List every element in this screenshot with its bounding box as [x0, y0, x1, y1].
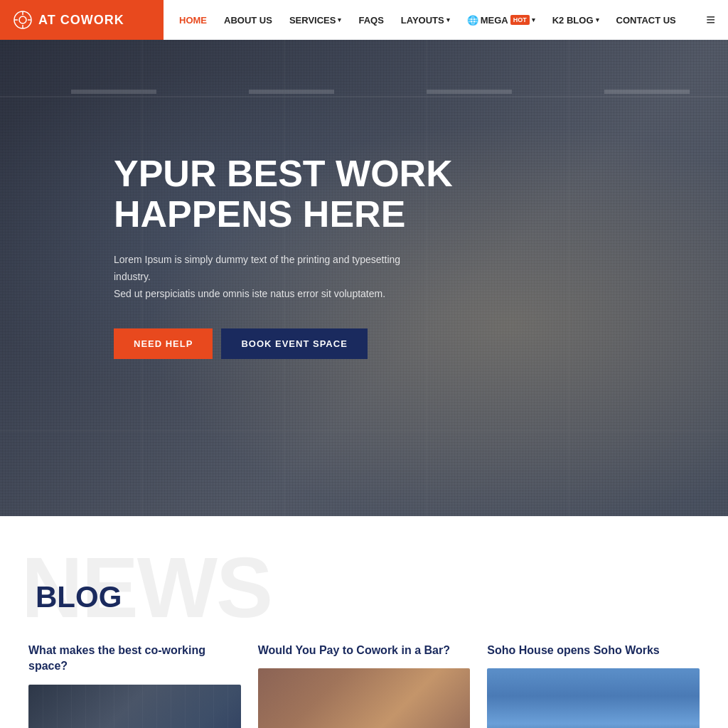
- header: AT COWORK HOME ABOUT US SERVICES▾ FAQS L…: [0, 0, 728, 40]
- hero-subtitle: Lorem Ipsum is simply dummy text of the …: [114, 252, 412, 302]
- chevron-down-icon: ▾: [532, 16, 535, 23]
- blog-section: NEWS BLOG What makes the best co-working…: [0, 516, 728, 728]
- main-nav: HOME ABOUT US SERVICES▾ FAQS LAYOUTS▾ 🌐 …: [164, 0, 693, 40]
- nav-item-contact[interactable]: CONTACT US: [608, 0, 685, 40]
- hero-section: YPUR BEST WORK HAPPENS HERE Lorem Ipsum …: [0, 40, 728, 516]
- chevron-down-icon: ▾: [596, 16, 599, 23]
- logo[interactable]: AT COWORK: [0, 0, 164, 40]
- hero-title: YPUR BEST WORK HAPPENS HERE: [114, 154, 483, 235]
- blog-card-3-title: Soho House opens Soho Works: [487, 643, 700, 658]
- blog-card-3-image: [487, 668, 700, 728]
- nav-item-home[interactable]: HOME: [171, 0, 215, 40]
- blog-card-2-image: [258, 668, 471, 728]
- need-help-button[interactable]: NEED HELP: [114, 328, 213, 359]
- blog-card-1[interactable]: What makes the best co-working space?: [28, 643, 241, 728]
- blog-card-3[interactable]: Soho House opens Soho Works: [487, 643, 700, 728]
- svg-point-1: [19, 16, 26, 23]
- nav-item-about[interactable]: ABOUT US: [215, 0, 281, 40]
- globe-icon: 🌐: [467, 15, 478, 26]
- nav-item-k2blog[interactable]: K2 BLOG▾: [544, 0, 608, 40]
- blog-card-2[interactable]: Would You Pay to Cowork in a Bar?: [258, 643, 471, 728]
- nav-item-services[interactable]: SERVICES▾: [281, 0, 350, 40]
- chevron-down-icon: ▾: [446, 16, 450, 23]
- logo-icon: [13, 10, 33, 30]
- chevron-down-icon: ▾: [338, 16, 341, 23]
- book-event-button[interactable]: BOOK EVENT SPACE: [221, 328, 367, 359]
- blog-cards: What makes the best co-working space? Wo…: [28, 643, 700, 728]
- hot-badge: HOT: [510, 15, 530, 25]
- nav-item-mega[interactable]: 🌐 MEGA HOT ▾: [459, 0, 544, 40]
- hamburger-button[interactable]: ≡: [693, 11, 728, 29]
- blog-section-title: BLOG: [36, 580, 700, 614]
- nav-item-layouts[interactable]: LAYOUTS▾: [392, 0, 459, 40]
- blog-card-1-image: [28, 685, 241, 728]
- nav-item-faqs[interactable]: FAQS: [350, 0, 392, 40]
- logo-text: AT COWORK: [38, 13, 124, 28]
- hero-buttons: NEED HELP BOOK EVENT SPACE: [114, 328, 728, 359]
- blog-card-1-title: What makes the best co-working space?: [28, 643, 241, 675]
- hero-content: YPUR BEST WORK HAPPENS HERE Lorem Ipsum …: [0, 40, 728, 359]
- blog-card-2-title: Would You Pay to Cowork in a Bar?: [258, 643, 471, 658]
